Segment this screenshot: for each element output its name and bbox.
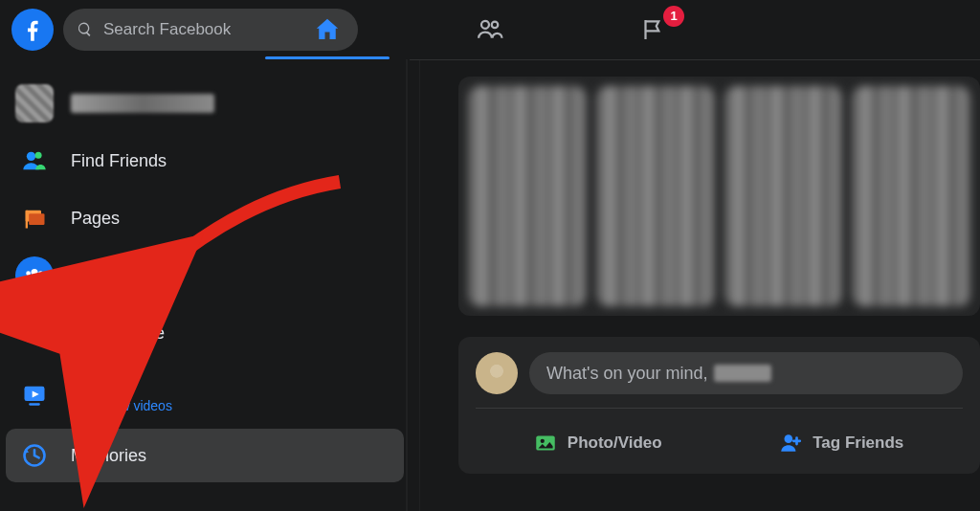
top-bar: Search Facebook 1 (0, 0, 980, 59)
home-icon (313, 15, 342, 44)
nav-flag[interactable]: 1 (571, 0, 734, 59)
search-placeholder: Search Facebook (103, 20, 231, 39)
pages-icon (15, 199, 54, 237)
composer-photo-video-button[interactable]: Photo/Video (476, 431, 720, 455)
avatar (15, 84, 54, 122)
watch-icon (15, 375, 54, 413)
feed-content: What's on your mind, Photo/Video Tag Fri… (420, 59, 980, 511)
stories-row[interactable] (458, 77, 980, 316)
nav-home[interactable] (246, 0, 409, 59)
facebook-logo[interactable] (11, 9, 54, 51)
post-composer: What's on your mind, Photo/Video Tag Fri… (458, 337, 980, 474)
composer-name-redacted (714, 365, 771, 382)
tag-friends-icon (778, 431, 803, 455)
sidebar-item-watch[interactable]: Watch 9+ new videos (6, 364, 404, 425)
nav-friends[interactable] (409, 0, 571, 59)
sidebar: Find Friends Pages Groups Marketplace (0, 59, 406, 511)
story-card[interactable] (468, 86, 587, 306)
svg-point-1 (35, 152, 42, 159)
facebook-icon (19, 16, 46, 43)
composer-divider (476, 408, 963, 409)
composer-placeholder: What's on your mind, (546, 364, 708, 384)
sidebar-item-groups[interactable]: Groups (6, 249, 404, 302)
photo-video-icon (533, 431, 558, 455)
sidebar-item-pages[interactable]: Pages (6, 191, 404, 245)
svg-point-7 (38, 271, 43, 276)
composer-input[interactable]: What's on your mind, (529, 352, 963, 394)
composer-button-label: Photo/Video (568, 433, 662, 453)
sidebar-item-profile[interactable] (6, 77, 404, 130)
sidebar-item-label: Marketplace (71, 323, 165, 344)
story-card[interactable] (724, 86, 843, 306)
top-nav: 1 (246, 0, 734, 59)
search-icon (77, 21, 94, 38)
story-card[interactable] (596, 86, 715, 306)
friends-icon (476, 15, 504, 44)
composer-avatar[interactable] (476, 352, 518, 394)
svg-point-6 (26, 271, 31, 276)
sidebar-item-label: Watch (71, 376, 172, 396)
sidebar-item-marketplace[interactable]: Marketplace (6, 306, 404, 360)
groups-icon (15, 256, 54, 295)
composer-button-label: Tag Friends (813, 433, 903, 453)
flag-icon (638, 15, 667, 44)
memories-icon (15, 436, 54, 475)
sidebar-item-label: Memories (71, 446, 146, 466)
sidebar-divider (406, 59, 420, 511)
composer-tag-friends-button[interactable]: Tag Friends (720, 431, 964, 455)
svg-point-14 (540, 439, 544, 443)
sidebar-item-memories[interactable]: Memories (6, 429, 404, 482)
sidebar-item-find-friends[interactable]: Find Friends (6, 134, 404, 188)
svg-rect-9 (33, 335, 37, 342)
svg-point-5 (32, 269, 38, 276)
marketplace-icon (15, 314, 54, 352)
svg-rect-11 (29, 403, 40, 405)
find-friends-icon (15, 142, 54, 180)
sidebar-item-label: Find Friends (71, 151, 167, 171)
sidebar-item-label: Pages (71, 209, 120, 229)
svg-rect-3 (29, 213, 44, 225)
notifications-badge: 1 (663, 6, 684, 27)
svg-point-15 (785, 434, 793, 443)
story-card[interactable] (852, 86, 970, 306)
sidebar-item-label: Groups (71, 266, 127, 286)
topbar-divider (410, 59, 980, 60)
svg-point-0 (27, 152, 35, 161)
sidebar-item-sublabel: 9+ new videos (71, 398, 172, 413)
profile-name-redacted (71, 94, 214, 113)
svg-rect-4 (26, 211, 28, 229)
